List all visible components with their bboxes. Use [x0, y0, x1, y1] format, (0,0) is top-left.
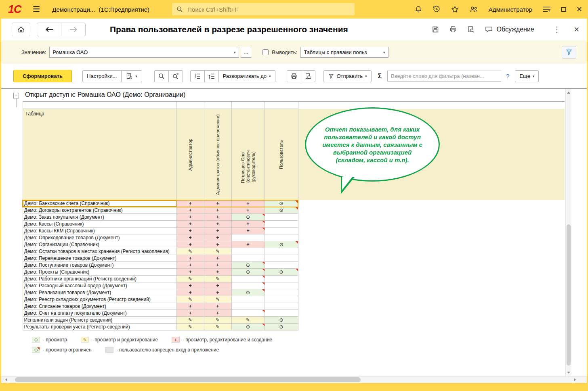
access-cell[interactable]: ✎	[204, 296, 231, 303]
print-preview-icon[interactable]	[467, 25, 475, 33]
access-cell[interactable]: +	[204, 282, 231, 289]
more-options-icon[interactable]: ⋮	[553, 25, 561, 33]
access-cell[interactable]: +	[231, 221, 265, 228]
row-label[interactable]: Демо: Реализация товаров (Документ)	[23, 289, 176, 296]
row-label[interactable]: Демо: Поступление товаров (Документ)	[23, 262, 176, 269]
row-label[interactable]: Демо: Банковские счета (Справочник)	[23, 200, 176, 207]
favorites-star-icon[interactable]	[451, 5, 459, 13]
access-cell[interactable]: +	[176, 255, 204, 262]
row-label[interactable]: Демо: Проекты (Справочник)	[23, 269, 176, 276]
row-label[interactable]: Демо: Реестр складских документов (Регис…	[23, 296, 176, 303]
access-cell[interactable]: +	[204, 303, 231, 310]
access-cell[interactable]: +	[176, 289, 204, 296]
access-cell[interactable]	[265, 310, 298, 317]
access-cell[interactable]: ⊙	[265, 207, 298, 214]
access-cell[interactable]: +	[231, 228, 265, 234]
table-row[interactable]: Результаты проверки учета (Регистр сведе…	[23, 324, 565, 330]
access-cell[interactable]: +	[231, 200, 265, 207]
access-cell[interactable]: +	[176, 262, 204, 269]
table-row[interactable]: Демо: Реестр складских документов (Регис…	[23, 296, 565, 303]
row-label[interactable]: Демо: Расходный кассовый ордер (Документ…	[23, 282, 176, 289]
table-row[interactable]: Демо: Остатки товаров в местах хранения …	[23, 248, 565, 255]
access-cell[interactable]: +	[204, 310, 231, 317]
home-button[interactable]	[12, 23, 30, 36]
discussion-button[interactable]: Обсуждение	[485, 25, 534, 33]
quick-filter-input[interactable]	[387, 71, 501, 82]
vertical-scroll-thumb[interactable]	[567, 224, 571, 366]
row-label[interactable]: Демо: Списание товаров (Документ)	[23, 303, 176, 310]
access-cell[interactable]	[265, 255, 298, 262]
value-input[interactable]	[50, 49, 231, 55]
find-button[interactable]	[154, 70, 169, 82]
row-label[interactable]: Демо: Организации (Справочник)	[23, 241, 176, 248]
access-cell[interactable]: +	[176, 221, 204, 228]
access-cell[interactable]	[231, 255, 265, 262]
table-row[interactable]: Демо: Проекты (Справочник)++⊙⊙	[23, 269, 565, 276]
access-cell[interactable]: ⊙	[231, 214, 265, 221]
vertical-scrollbar[interactable]	[565, 89, 571, 376]
row-label[interactable]: Демо: Договоры контрагентов (Справочник)	[23, 207, 176, 214]
group-title[interactable]: Открыт доступ к: Ромашка ОАО (Демо: Орга…	[23, 90, 565, 102]
global-search[interactable]	[172, 3, 355, 15]
group-collapse-button[interactable]: −	[13, 93, 19, 98]
horizontal-scrollbar[interactable]	[1, 376, 587, 383]
row-label[interactable]: Исполнители задач (Регистр сведений)	[23, 317, 176, 324]
table-row[interactable]: Демо: Реализация товаров (Документ)++⊙	[23, 289, 565, 296]
output-checkbox[interactable]	[262, 49, 269, 55]
column-header-table[interactable]: Таблица	[23, 109, 176, 200]
column-header-user[interactable]: Администратор	[176, 109, 204, 200]
expand-to-button[interactable]: Разворачивать до ▾	[218, 70, 275, 82]
scroll-up-arrow[interactable]	[566, 90, 571, 95]
users-icon[interactable]	[469, 5, 479, 13]
access-cell[interactable]: ⊙	[231, 269, 265, 276]
access-cell[interactable]	[265, 289, 298, 296]
row-label[interactable]: Демо: Кассы ККМ (Справочник)	[23, 228, 176, 234]
output-dropdown-icon[interactable]: ▾	[380, 50, 388, 54]
access-cell[interactable]: +	[176, 241, 204, 248]
access-cell[interactable]: +	[176, 269, 204, 276]
access-cell[interactable]	[265, 303, 298, 310]
table-row[interactable]: Демо: Заказ покупателя (Документ)++⊙	[23, 214, 565, 221]
access-cell[interactable]: +	[176, 234, 204, 241]
maximize-button[interactable]	[561, 7, 566, 12]
report-variants-button[interactable]: ▾	[121, 70, 142, 82]
access-cell[interactable]: +	[204, 221, 231, 228]
access-cell[interactable]: +	[204, 262, 231, 269]
access-cell[interactable]: ⊙	[231, 324, 265, 330]
scroll-right-arrow[interactable]	[571, 376, 578, 383]
output-select[interactable]: Таблицы с правами польз ▾	[300, 47, 388, 58]
access-cell[interactable]	[265, 282, 298, 289]
access-cell[interactable]: ✎	[176, 317, 204, 324]
access-cell[interactable]: ✎	[176, 296, 204, 303]
access-cell[interactable]: +	[176, 310, 204, 317]
totals-sigma-button[interactable]: Σ	[376, 70, 384, 82]
access-cell[interactable]: +	[204, 214, 231, 221]
access-cell[interactable]	[231, 276, 265, 282]
access-cell[interactable]: ✎	[231, 317, 265, 324]
access-cell[interactable]: +	[176, 207, 204, 214]
row-label[interactable]: Демо: Кассы (Справочник)	[23, 221, 176, 228]
access-cell[interactable]: ✎	[204, 276, 231, 282]
access-cell[interactable]	[231, 282, 265, 289]
send-button[interactable]: Отправить ▾	[323, 70, 372, 82]
access-cell[interactable]: +	[204, 241, 231, 248]
access-cell[interactable]: ⊙	[265, 324, 298, 330]
access-cell[interactable]: ⊙	[265, 317, 298, 324]
notifications-bell-icon[interactable]	[414, 5, 422, 14]
scroll-left-arrow[interactable]	[3, 376, 9, 383]
access-cell[interactable]	[231, 296, 265, 303]
history-icon[interactable]	[433, 5, 441, 13]
access-cell[interactable]	[231, 303, 265, 310]
access-cell[interactable]: ⊙	[265, 269, 298, 276]
access-cell[interactable]: +	[204, 207, 231, 214]
row-label[interactable]: Демо: Оприходование товаров (Документ)	[23, 234, 176, 241]
access-cell[interactable]: +	[231, 241, 265, 248]
access-cell[interactable]: +	[204, 289, 231, 296]
access-cell[interactable]: ✎	[204, 317, 231, 324]
table-row[interactable]: Демо: Кассы ККМ (Справочник)+++	[23, 228, 565, 234]
access-cell[interactable]: +	[176, 228, 204, 234]
column-header-user[interactable]: Администратор (обычное приложение)	[204, 109, 231, 200]
row-label[interactable]: Результаты проверки учета (Регистр сведе…	[23, 324, 176, 330]
main-menu-icon[interactable]: ☰	[33, 4, 40, 14]
table-row[interactable]: Демо: Договоры контрагентов (Справочник)…	[23, 207, 565, 214]
